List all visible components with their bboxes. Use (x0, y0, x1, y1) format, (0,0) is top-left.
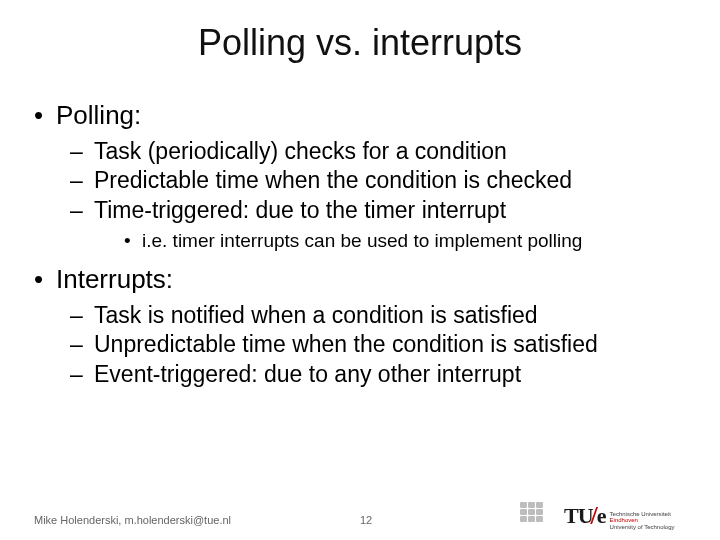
interrupts-bullets: Task is notified when a condition is sat… (34, 301, 690, 389)
slide-footer: Mike Holenderski, m.holenderski@tue.nl 1… (34, 498, 690, 526)
bullet-item: Task is notified when a condition is sat… (70, 301, 690, 330)
tue-logo: TU/e Technische Universiteit Eindhoven U… (564, 500, 674, 530)
tue-text: Technische Universiteit Eindhoven Univer… (610, 511, 675, 531)
bullet-item: Predictable time when the condition is c… (70, 166, 690, 195)
page-number: 12 (360, 514, 372, 526)
tue-mark-e: e (597, 503, 606, 528)
tue-line3: University of Technology (610, 524, 675, 531)
slide-body: Polling: Task (periodically) checks for … (34, 100, 690, 393)
polling-bullets: Task (periodically) checks for a conditi… (34, 137, 690, 225)
footer-logos: TU/e Technische Universiteit Eindhoven U… (520, 496, 690, 530)
san-logo-icon (520, 502, 548, 526)
sub-bullet-item: i.e. timer interrupts can be used to imp… (124, 229, 690, 254)
section-heading-interrupts: Interrupts: (34, 264, 690, 295)
tue-mark-main: TU (564, 503, 593, 528)
bullet-item: Task (periodically) checks for a conditi… (70, 137, 690, 166)
bullet-item: Time-triggered: due to the timer interru… (70, 196, 690, 225)
section-heading-polling: Polling: (34, 100, 690, 131)
tue-mark-slash: / (591, 501, 597, 530)
bullet-item: Event-triggered: due to any other interr… (70, 360, 690, 389)
slide-title: Polling vs. interrupts (0, 22, 720, 64)
tue-mark-icon: TU/e (564, 500, 606, 530)
bullet-item: Unpredictable time when the condition is… (70, 330, 690, 359)
footer-author: Mike Holenderski, m.holenderski@tue.nl (34, 514, 231, 526)
slide: Polling vs. interrupts Polling: Task (pe… (0, 0, 720, 540)
